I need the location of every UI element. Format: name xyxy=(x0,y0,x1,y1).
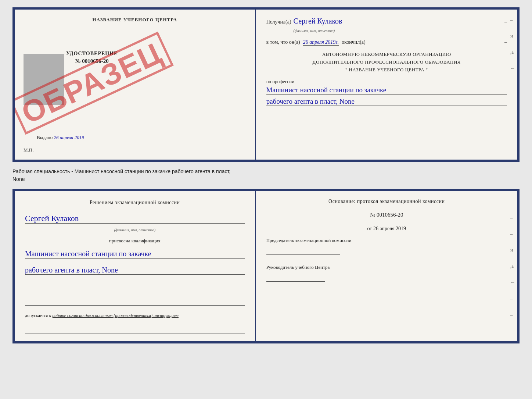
caption: Рабочая специальность - Машинист насосно… xyxy=(12,168,520,183)
rb-dash6: ← xyxy=(510,279,515,285)
vtom-label: в том, что он(а) xyxy=(266,39,300,45)
okonchil-label: окончил(а) xyxy=(342,39,366,45)
rb-dash8: – xyxy=(510,312,515,318)
vtom-date: 26 апреля 2019г. xyxy=(303,39,339,46)
poluchil-name: Сергей Кулаков (фамилия, имя, отчество) xyxy=(294,17,374,34)
professia-line1: Машинист насосной станции по закачке xyxy=(266,86,507,95)
professia-label: по профессии xyxy=(266,79,295,84)
center-name-title: НАЗВАНИЕ УЧЕБНОГО ЦЕНТРА xyxy=(24,17,246,23)
top-document: НАЗВАНИЕ УЧЕБНОГО ЦЕНТРА ОБРАЗЕЦ УДОСТОВ… xyxy=(12,7,520,162)
bottom-document: Решением экзаменационной комиссии Сергей… xyxy=(12,189,520,343)
resheniem-title: Решением экзаменационной комиссии xyxy=(25,199,245,206)
dash6: ← xyxy=(510,65,515,71)
vydano-date: 26 апреля 2019 xyxy=(54,135,84,140)
vydano-line: Выдано 26 апреля 2019 xyxy=(37,135,84,140)
caption-text2: None xyxy=(12,176,25,182)
org-block: АВТОНОМНУЮ НЕКОММЕРЧЕСКУЮ ОРГАНИЗАЦИЮ ДО… xyxy=(266,51,507,74)
udostoverenie-title: УДОСТОВЕРЕНИЕ xyxy=(66,51,118,57)
dopuskaetsya-block: допускается к работе согласно должностны… xyxy=(25,313,245,318)
poluchil-label: Получил(а) xyxy=(266,19,291,25)
org-line2: ДОПОЛНИТЕЛЬНОГО ПРОФЕССИОНАЛЬНОГО ОБРАЗО… xyxy=(266,58,507,66)
caption-text1: Рабочая специальность - Машинист насосно… xyxy=(12,168,230,174)
professia-line2: рабочего агента в пласт, None xyxy=(266,97,507,106)
empty-line-2 xyxy=(25,298,245,306)
rb-dash7: – xyxy=(510,296,515,302)
predsedatel-block: Председатель экзаменационной комиссии xyxy=(266,237,507,255)
right-bottom-side: – – – и ,а ← – – xyxy=(510,199,515,318)
udostoverenie-block: УДОСТОВЕРЕНИЕ № 0010656-20 xyxy=(66,51,118,64)
professia-block: по профессии Машинист насосной станции п… xyxy=(266,79,507,106)
vtom-line: в том, что он(а) 26 апреля 2019г. окончи… xyxy=(266,39,507,46)
rb-dash3: – xyxy=(510,231,515,237)
empty-line-1 xyxy=(25,282,245,290)
right-side-lines: – и ,а ← xyxy=(510,17,515,71)
ot-label: от xyxy=(367,226,372,231)
poluchil-sub: (фамилия, имя, отчество) xyxy=(294,29,335,33)
left-panel-top: НАЗВАНИЕ УЧЕБНОГО ЦЕНТРА ОБРАЗЕЦ УДОСТОВ… xyxy=(15,10,256,160)
dopuskaetsya-italic: работе согласно должностным (производств… xyxy=(52,313,179,318)
photo-placeholder xyxy=(24,54,64,105)
left-panel-bottom: Решением экзаменационной комиссии Сергей… xyxy=(15,191,256,341)
right-panel-top: Получил(а) Сергей Кулаков (фамилия, имя,… xyxy=(256,10,517,160)
rb-dash1: – xyxy=(510,199,515,204)
ot-date: 26 апреля 2019 xyxy=(373,226,406,231)
rukovoditel-signature-line xyxy=(266,274,325,282)
org-name: " НАЗВАНИЕ УЧЕБНОГО ЦЕНТРА " xyxy=(266,66,507,74)
predsedatel-signature-line xyxy=(266,247,340,255)
predsedatel-label: Председатель экзаменационной комиссии xyxy=(266,238,352,243)
empty-line-3 xyxy=(25,326,245,334)
dash2: – xyxy=(504,39,507,45)
dash3: – xyxy=(510,17,515,23)
ot-date-line: от 26 апреля 2019 xyxy=(266,226,507,232)
kvalif-line1: Машинист насосной станции по закачке xyxy=(25,250,245,259)
fio-sub: (фамилия, имя, отчество) xyxy=(25,228,245,232)
vydano-label: Выдано xyxy=(37,135,53,140)
dopuskaetsya-label: допускается к xyxy=(25,313,51,318)
rukovoditel-block: Руководитель учебного Центра xyxy=(266,264,507,282)
fio-handwritten: Сергей Кулаков xyxy=(25,214,245,224)
protocol-number: № 0010656-20 xyxy=(363,211,411,219)
dash5: ,а xyxy=(510,49,515,55)
mp-label: М.П. xyxy=(24,147,33,153)
rb-dash4: и xyxy=(510,247,515,253)
prisvoena-label: присвоена квалификация xyxy=(25,238,245,244)
udostoverenie-number: № 0010656-20 xyxy=(66,58,118,64)
dash4: и xyxy=(510,33,515,39)
rb-dash5: ,а xyxy=(510,263,515,269)
dash1: – xyxy=(504,19,507,25)
org-line1: АВТОНОМНУЮ НЕКОММЕРЧЕСКУЮ ОРГАНИЗАЦИЮ xyxy=(266,51,507,58)
kvalif-line2: рабочего агента в пласт, None xyxy=(25,266,245,275)
poluchil-line: Получил(а) Сергей Кулаков (фамилия, имя,… xyxy=(266,17,507,34)
rukovoditel-label: Руководитель учебного Центра xyxy=(266,264,330,270)
osnovanie-title: Основание: протокол экзаменационной коми… xyxy=(266,199,507,204)
rb-dash2: – xyxy=(510,215,515,221)
number-block: № 0010656-20 xyxy=(266,210,507,221)
right-panel-bottom: Основание: протокол экзаменационной коми… xyxy=(256,191,517,341)
